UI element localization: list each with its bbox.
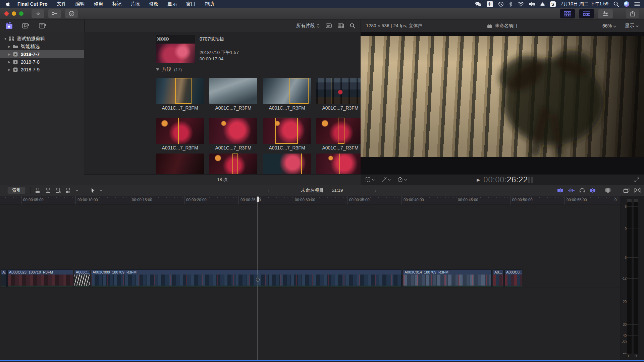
disclosure-triangle[interactable]: ▼ xyxy=(3,37,8,41)
clip-thumbnail[interactable] xyxy=(156,154,204,174)
clip-thumbnail[interactable] xyxy=(209,78,257,104)
app-menu[interactable]: Final Cut Pro xyxy=(17,1,48,7)
favorite-range-marker[interactable] xyxy=(339,154,340,174)
clips-section-header[interactable]: 片段 (17) xyxy=(156,66,182,72)
snapping-toggle-icon[interactable] xyxy=(590,188,596,193)
timeline-clip[interactable]: A... xyxy=(1,269,7,287)
index-button[interactable]: 索引 xyxy=(7,187,25,194)
clip-thumbnail[interactable] xyxy=(263,118,311,144)
timeline-bottom-scrollbar[interactable] xyxy=(0,360,644,361)
previous-project-icon[interactable]: ‹ xyxy=(268,187,270,194)
clip-thumbnail[interactable] xyxy=(209,154,257,174)
volume-icon[interactable] xyxy=(529,2,535,7)
clip-appearance-icon[interactable] xyxy=(605,188,611,193)
clip-thumbnail[interactable] xyxy=(156,118,204,144)
timeline-clip[interactable]: A003C0... xyxy=(504,269,522,287)
favorite-range-marker[interactable] xyxy=(178,118,179,144)
shadowsocks-icon[interactable]: S xyxy=(550,1,556,7)
background-tasks-button[interactable] xyxy=(65,9,78,18)
timeline-project-name[interactable]: 未命名项目 xyxy=(301,187,324,193)
spotlight-icon[interactable] xyxy=(613,1,619,7)
clip-thumbnail[interactable] xyxy=(316,154,361,174)
clip-info-toggle-icon[interactable] xyxy=(326,23,332,28)
favorite-range-marker[interactable] xyxy=(175,78,192,104)
favorite-range-marker[interactable] xyxy=(275,118,298,144)
menu-item[interactable]: 标记 xyxy=(112,1,122,7)
menu-item[interactable]: 编辑 xyxy=(75,1,85,7)
timeline-clip[interactable]: A003C014_180709_R3FM xyxy=(403,269,492,287)
connect-edit-icon[interactable] xyxy=(35,188,41,193)
disclosure-triangle[interactable]: ▶ xyxy=(7,68,12,71)
clip-thumbnail[interactable] xyxy=(156,78,204,104)
minimize-button[interactable] xyxy=(12,11,16,16)
photos-audio-tab[interactable] xyxy=(21,22,30,30)
menu-item[interactable]: 修剪 xyxy=(94,1,103,7)
search-icon[interactable] xyxy=(350,23,355,28)
favorite-range-marker[interactable] xyxy=(289,78,309,104)
menu-item[interactable]: 片段 xyxy=(131,1,140,7)
inspector-button[interactable] xyxy=(598,9,613,18)
bluetooth-icon[interactable] xyxy=(509,1,513,7)
clip-thumbnail[interactable] xyxy=(316,78,361,104)
clip-thumbnail[interactable] xyxy=(209,118,257,144)
menu-item[interactable]: 帮助 xyxy=(205,1,214,7)
media-sidebar-tab[interactable] xyxy=(5,22,13,30)
share-button[interactable] xyxy=(626,9,639,18)
timeline-clip[interactable]: A0... xyxy=(493,269,503,287)
audio-skimming-toggle-icon[interactable] xyxy=(568,188,575,193)
filmstrip-view-icon[interactable] xyxy=(338,23,344,28)
clip-filter-dropdown[interactable]: 所有片段 xyxy=(296,23,320,29)
keyword-editor-button[interactable] xyxy=(48,9,61,18)
browser-view-button[interactable] xyxy=(560,9,575,18)
solo-toggle-icon[interactable] xyxy=(579,188,585,193)
wechat-icon[interactable] xyxy=(475,1,482,7)
mini-audio-meters[interactable] xyxy=(528,177,533,183)
import-media-button[interactable] xyxy=(32,9,44,18)
favorite-range-marker[interactable] xyxy=(338,118,344,144)
edit-options-chevron-icon[interactable] xyxy=(75,189,78,191)
titles-generators-tab[interactable] xyxy=(38,22,47,30)
tool-chevron-icon[interactable] xyxy=(100,189,103,191)
zoom-button[interactable] xyxy=(19,11,23,16)
effects-browser-icon[interactable] xyxy=(623,188,630,193)
close-button[interactable] xyxy=(4,11,9,16)
sidebar-item-2018-7-8[interactable]: ▶★2018-7-8 xyxy=(0,58,84,66)
wifi-icon[interactable] xyxy=(518,2,524,6)
time-machine-icon[interactable] xyxy=(498,1,504,7)
clip-thumbnail[interactable] xyxy=(316,118,361,144)
sidebar-item-2018-7-9[interactable]: ▶★2018-7-9 xyxy=(0,66,84,73)
playhead[interactable] xyxy=(258,196,258,360)
menu-item[interactable]: 显示 xyxy=(168,1,177,7)
transform-crop-dropdown[interactable] xyxy=(365,177,375,182)
clip-thumbnail[interactable] xyxy=(263,154,311,174)
insert-edit-icon[interactable] xyxy=(45,188,51,193)
timeline-clip[interactable]: A003C... xyxy=(74,269,90,287)
overwrite-edit-icon[interactable] xyxy=(65,188,71,193)
project-title[interactable]: 0707试拍摄 xyxy=(200,36,224,42)
favorite-range-marker[interactable] xyxy=(232,154,238,174)
menu-clock[interactable]: 7月10日 周二 下午1:59 xyxy=(561,1,608,7)
clip-thumbnail[interactable] xyxy=(263,78,311,104)
fullscreen-icon[interactable] xyxy=(634,177,644,182)
timeline-ruler[interactable]: 00:00:05:0000:00:10:0000:00:15:0000:00:2… xyxy=(0,196,621,204)
eject-icon[interactable] xyxy=(540,2,545,6)
sidebar-item-2018-7-7[interactable]: ▶★2018-7-7 xyxy=(0,50,84,58)
favorite-range-marker[interactable] xyxy=(331,78,331,104)
retime-dropdown[interactable] xyxy=(397,177,407,182)
play-icon[interactable]: ▶ xyxy=(477,177,480,182)
siri-icon[interactable] xyxy=(624,1,629,7)
project-thumbnail[interactable]: ››››››› xyxy=(156,35,195,63)
apple-menu-icon[interactable] xyxy=(5,1,11,7)
transitions-browser-icon[interactable] xyxy=(634,188,641,193)
timeline-area[interactable]: 00:00:05:0000:00:10:0000:00:15:0000:00:2… xyxy=(0,196,621,360)
next-project-icon[interactable]: › xyxy=(375,187,377,194)
append-edit-icon[interactable] xyxy=(55,188,61,193)
disclosure-triangle[interactable]: ▶ xyxy=(7,60,12,64)
disclosure-triangle[interactable]: ▶ xyxy=(7,53,12,56)
sidebar-item-测试拍摄剪辑[interactable]: ▼★★★★测试拍摄剪辑 xyxy=(0,35,84,43)
timeline-clip[interactable]: A003C009_180709_R3FM xyxy=(91,269,402,287)
timeline-view-button[interactable] xyxy=(579,9,594,18)
skimming-toggle-icon[interactable] xyxy=(557,188,563,192)
playhead-handle[interactable] xyxy=(257,196,259,202)
menu-item[interactable]: 窗口 xyxy=(186,1,196,7)
